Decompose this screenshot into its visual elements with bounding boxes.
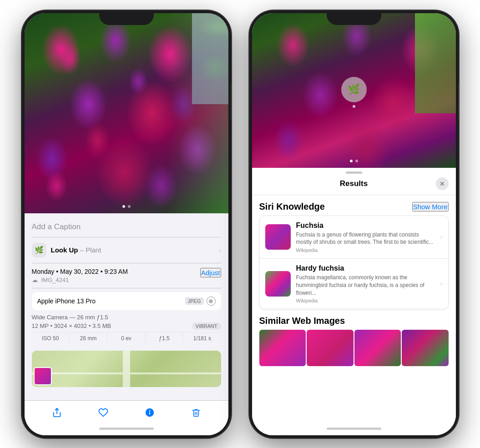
exif-focal: 26 mm bbox=[70, 332, 107, 344]
meta-row: Monday • May 30, 2022 • 9:23 AM ☁ IMG_42… bbox=[32, 263, 221, 288]
lookup-row[interactable]: 🌿 Look Up – Plant › bbox=[32, 237, 221, 263]
exif-iso: ISO 50 bbox=[32, 332, 70, 344]
phone-1: Add a Caption 🌿 Look Up – Plant › Monday… bbox=[22, 10, 231, 438]
similar-images-row bbox=[252, 330, 456, 366]
show-more-button[interactable]: Show More bbox=[412, 202, 449, 211]
map-roads bbox=[32, 351, 221, 387]
similar-image-3[interactable] bbox=[354, 330, 401, 366]
fuchsia-chevron-icon: › bbox=[440, 233, 443, 241]
dot-b bbox=[355, 160, 358, 162]
info-button[interactable] bbox=[143, 406, 156, 419]
fuchsia-name: Fuchsia bbox=[296, 221, 435, 230]
exif-shutter: 1/181 s bbox=[183, 332, 221, 344]
delete-button[interactable] bbox=[190, 406, 202, 419]
visual-lookup-dot bbox=[353, 105, 355, 108]
similar-title: Similar Web Images bbox=[259, 316, 345, 326]
dot-a bbox=[350, 160, 353, 162]
dot-1 bbox=[122, 205, 125, 208]
photo-info-panel: Add a Caption 🌿 Look Up – Plant › Monday… bbox=[25, 213, 228, 400]
photo-date: Monday • May 30, 2022 • 9:23 AM bbox=[32, 268, 128, 275]
hardy-content: Hardy fuchsia Fuchsia magellanica, commo… bbox=[296, 264, 435, 303]
vibrant-badge: VIBRANT bbox=[192, 322, 221, 330]
results-title: Results bbox=[272, 179, 436, 188]
exif-ev: 0 ev bbox=[107, 332, 145, 344]
phone-2-screen: 🌿 Results ✕ Siri Knowledge bbox=[252, 13, 456, 435]
camera-details: Wide Camera — 26 mm ƒ1.5 12 MP • 3024 × … bbox=[32, 310, 221, 347]
map-thumbnail bbox=[34, 367, 52, 385]
dot-2 bbox=[128, 205, 131, 208]
siri-knowledge-title: Siri Knowledge bbox=[259, 201, 325, 212]
knowledge-item-fuchsia[interactable]: Fuchsia Fuchsia is a genus of flowering … bbox=[260, 216, 448, 259]
hardy-thumbnail bbox=[265, 271, 291, 297]
map-area[interactable] bbox=[32, 351, 221, 387]
close-button[interactable]: ✕ bbox=[436, 177, 449, 190]
phone-1-screen: Add a Caption 🌿 Look Up – Plant › Monday… bbox=[25, 13, 228, 435]
caption-placeholder[interactable]: Add a Caption bbox=[32, 222, 81, 231]
knowledge-card: Fuchsia Fuchsia is a genus of flowering … bbox=[259, 216, 449, 310]
badge-row: JPEG ◎ bbox=[185, 297, 216, 306]
home-indicator-2 bbox=[252, 423, 456, 435]
results-panel: Results ✕ Siri Knowledge Show More bbox=[252, 168, 456, 435]
resolution: 12 MP • 3024 × 4032 • 3.5 MB VIBRANT bbox=[32, 322, 221, 330]
results-header: Results ✕ bbox=[252, 176, 456, 195]
bottom-toolbar bbox=[25, 400, 228, 423]
exif-aperture: ƒ1.5 bbox=[146, 332, 183, 344]
photo-filename: ☁ IMG_4241 bbox=[32, 277, 128, 283]
lookup-icon: 🌿 bbox=[32, 243, 46, 257]
results-body: Siri Knowledge Show More Fuchsia Fuchsia… bbox=[252, 195, 456, 423]
svg-point-2 bbox=[149, 410, 150, 411]
similar-header: Similar Web Images bbox=[252, 309, 456, 330]
siri-knowledge-header: Siri Knowledge Show More bbox=[252, 195, 456, 216]
home-indicator bbox=[25, 423, 228, 435]
photo-image[interactable] bbox=[25, 13, 228, 213]
visual-lookup-leaf-icon: 🌿 bbox=[348, 84, 360, 96]
fuchsia-thumbnail bbox=[265, 224, 291, 250]
photo-image-2[interactable]: 🌿 bbox=[252, 13, 456, 168]
similar-image-2[interactable] bbox=[307, 330, 354, 366]
share-button[interactable] bbox=[51, 406, 63, 419]
fuchsia-desc: Fuchsia is a genus of flowering plants t… bbox=[296, 231, 435, 247]
svg-rect-3 bbox=[149, 412, 150, 415]
home-bar-2 bbox=[327, 428, 381, 430]
cloud-icon: ☁ bbox=[32, 277, 38, 283]
similar-image-4[interactable] bbox=[402, 330, 449, 366]
phone-2: 🌿 Results ✕ Siri Knowledge bbox=[249, 10, 459, 438]
device-name: Apple iPhone 13 Pro bbox=[37, 297, 96, 305]
hardy-chevron-icon: › bbox=[440, 280, 443, 287]
location-icon: ◎ bbox=[207, 297, 216, 306]
home-bar bbox=[99, 428, 154, 430]
drag-handle bbox=[346, 171, 362, 174]
format-badge: JPEG bbox=[185, 297, 204, 305]
lookup-chevron-icon: › bbox=[219, 247, 221, 254]
hardy-desc: Fuchsia magellanica, commonly known as t… bbox=[296, 274, 435, 297]
adjust-button[interactable]: Adjust bbox=[200, 268, 221, 277]
exif-row: ISO 50 26 mm 0 ev ƒ1.5 1/181 s bbox=[32, 332, 221, 344]
fuchsia-content: Fuchsia Fuchsia is a genus of flowering … bbox=[296, 221, 435, 253]
camera-type: Wide Camera — 26 mm ƒ1.5 bbox=[32, 313, 221, 322]
favorite-button[interactable] bbox=[97, 406, 110, 419]
hardy-source: Wikipedia bbox=[296, 298, 435, 303]
lookup-label: Look Up – Plant bbox=[51, 246, 101, 254]
hardy-name: Hardy fuchsia bbox=[296, 264, 435, 272]
similar-image-1[interactable] bbox=[259, 330, 306, 366]
knowledge-item-hardy[interactable]: Hardy fuchsia Fuchsia magellanica, commo… bbox=[260, 259, 448, 309]
visual-lookup-circle[interactable]: 🌿 bbox=[341, 77, 367, 102]
caption-area[interactable]: Add a Caption bbox=[32, 219, 221, 237]
fuchsia-source: Wikipedia bbox=[296, 247, 435, 253]
device-row: Apple iPhone 13 Pro JPEG ◎ bbox=[32, 292, 221, 310]
